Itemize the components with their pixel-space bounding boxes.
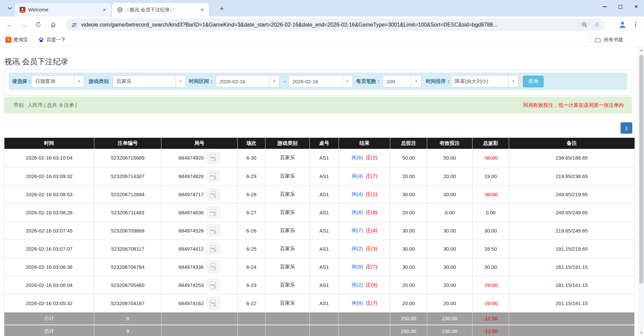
forward-button[interactable]: → <box>17 18 30 31</box>
cell-time: 2026-02-16 03:08:26 <box>4 203 94 221</box>
scrollbar-thumb[interactable] <box>639 55 643 284</box>
cell-result: 闲(8) 庄(8) <box>339 203 390 221</box>
tab-betrecord[interactable]: :::视讯 会员下注纪录::: ✕ <box>112 3 209 16</box>
casino-favicon <box>19 7 26 13</box>
profile-avatar[interactable] <box>617 19 628 30</box>
table-row: 2026-02-16 03:05:32 523206704187 6849741… <box>4 294 635 312</box>
tab-title: :::视讯 会员下注纪录::: <box>126 7 197 13</box>
cell-total-bet[interactable]: 30.00 <box>390 221 427 240</box>
cell-total-bet[interactable]: 50.00 <box>390 149 427 167</box>
bookmark-label: 爱淘宝 <box>13 37 28 43</box>
close-icon: ✕ <box>634 4 638 10</box>
video-replay-button[interactable] <box>207 261 220 273</box>
all-bookmarks-button[interactable]: 所有书签 <box>595 35 623 44</box>
cell-total-bet[interactable]: 30.00 <box>390 258 427 276</box>
cell-valid-bet: 20.00 <box>427 294 473 312</box>
cell-note: 249.65/219.65 <box>509 185 635 203</box>
video-replay-button[interactable] <box>207 188 220 200</box>
cell-game: 百家乐 <box>265 258 310 276</box>
cell-total-bet[interactable]: 20.00 <box>390 276 427 294</box>
game-kind-select[interactable]: 百家乐 ▼ <box>113 75 186 87</box>
cell-table-no: AS1 <box>310 185 339 203</box>
url-text[interactable]: videoie.com/game/betrecord_search/kind3?… <box>81 22 581 28</box>
cell-session: 6-29 <box>238 167 265 185</box>
cell-session: 6-23 <box>238 276 265 294</box>
scroll-down-arrow[interactable]: ▼ <box>639 330 644 335</box>
query-type-select[interactable]: 日期查询 ▼ <box>32 75 84 87</box>
bookmark-taobao[interactable]: 淘 爱淘宝 <box>3 35 30 44</box>
cell-bet-no: 523206711483 <box>94 203 161 221</box>
all-bookmarks-label: 所有书签 <box>604 37 623 43</box>
browser-menu-button[interactable] <box>632 20 639 30</box>
table-row: 2026-02-16 03:07:45 523206709668 6849745… <box>4 221 635 240</box>
reload-button[interactable] <box>32 18 44 31</box>
cell-game: 百家乐 <box>265 185 310 203</box>
new-tab-button[interactable]: + <box>217 4 226 13</box>
cell-total-bet[interactable]: 30.00 <box>390 240 427 258</box>
minimize-button[interactable] <box>597 0 612 13</box>
cell-round-no: 684974162 <box>179 300 204 306</box>
chevron-down-icon <box>8 7 12 10</box>
home-button[interactable] <box>47 18 59 31</box>
result-player: 闲(2) <box>352 246 363 251</box>
date-end-select[interactable]: 2026-02-16 ▼ <box>289 75 353 87</box>
result-player: 闲(4) <box>352 191 363 197</box>
col-header-valid-bet: 有效投注 <box>427 138 473 149</box>
tilde-separator: ~ <box>283 73 286 90</box>
site-settings-icon[interactable] <box>70 21 78 29</box>
back-button[interactable]: ← <box>3 18 15 31</box>
cell-round-no: 684974920 <box>179 155 204 161</box>
sort-select[interactable]: 降幂(由大到小) ▼ <box>451 75 518 87</box>
zoom-out-icon[interactable] <box>581 21 588 29</box>
video-replay-button[interactable] <box>207 206 220 218</box>
cell-payout: 28.50 <box>473 240 509 258</box>
query-type-label: 请选择： <box>12 73 32 90</box>
per-page-select[interactable]: 100 ▼ <box>383 75 422 87</box>
tab-welcome[interactable]: Welcome ✕ <box>15 3 111 16</box>
video-replay-button[interactable] <box>207 170 220 182</box>
search-button[interactable]: 查询 <box>523 76 544 87</box>
per-page-label: 每页笔数： <box>356 73 381 90</box>
cell-note: 249.65/249.65 <box>509 203 635 221</box>
cell-session: 6-26 <box>238 221 265 240</box>
bookmark-star-icon[interactable]: ☆ <box>593 21 601 29</box>
cell-total-bet[interactable]: 20.00 <box>390 203 427 221</box>
video-replay-button[interactable] <box>207 243 220 255</box>
cell-bet-no: 523206706784 <box>94 258 161 276</box>
sort-label: 时间排序： <box>426 73 451 90</box>
cell-total-bet[interactable]: 20.00 <box>390 294 427 312</box>
grand-total-count: 9 <box>94 325 161 336</box>
chevron-down-icon: ▼ <box>269 76 279 87</box>
tab-close-icon[interactable]: ✕ <box>199 7 205 13</box>
cell-time: 2026-02-16 03:08:53 <box>4 185 94 203</box>
tab-close-icon[interactable]: ✕ <box>101 7 107 13</box>
subtotal-row: 小计 9 250.00 230.00 -12.50 <box>4 312 635 325</box>
cell-session: 6-30 <box>238 149 265 167</box>
video-replay-button[interactable] <box>207 224 220 237</box>
video-replay-button[interactable] <box>207 279 220 291</box>
video-replay-button[interactable] <box>207 152 220 164</box>
cell-table-no: AS1 <box>310 221 339 240</box>
filter-panel: 请选择： 日期查询 ▼ 游戏类别 百家乐 ▼ 时间区间： 2026-02-16 … <box>4 69 632 96</box>
video-replay-button[interactable] <box>207 297 220 309</box>
table-summary: 小计 9 250.00 230.00 -12.50 总计 9 250.00 23… <box>4 312 635 336</box>
cell-total-bet[interactable]: 20.00 <box>390 167 427 185</box>
cell-bet-no: 523206709668 <box>94 221 161 240</box>
date-start-select[interactable]: 2026-02-16 ▼ <box>216 75 280 87</box>
result-player: 闲(6) <box>352 155 363 160</box>
result-banker: 庄(3) <box>366 246 377 251</box>
tab-search-button[interactable] <box>5 4 14 12</box>
cell-result: 闲(6) 庄(2) <box>339 149 390 167</box>
pagination-page-1[interactable]: 1 <box>621 122 632 134</box>
video-replay-icon <box>210 263 217 270</box>
address-bar[interactable]: videoie.com/game/betrecord_search/kind3?… <box>66 18 605 31</box>
scroll-up-arrow[interactable]: ▲ <box>639 47 644 53</box>
maximize-button[interactable] <box>612 0 628 13</box>
vertical-scrollbar[interactable]: ▲ ▼ <box>638 47 644 336</box>
close-button[interactable]: ✕ <box>628 0 644 13</box>
cell-result: 闲(8) 庄(7) <box>339 294 390 312</box>
cell-total-bet[interactable]: 30.00 <box>390 185 427 203</box>
bookmark-baidu[interactable]: 百度一下 <box>36 35 68 44</box>
cell-session: 6-27 <box>238 203 265 221</box>
grand-total-valid-bet: 230.00 <box>427 325 473 336</box>
